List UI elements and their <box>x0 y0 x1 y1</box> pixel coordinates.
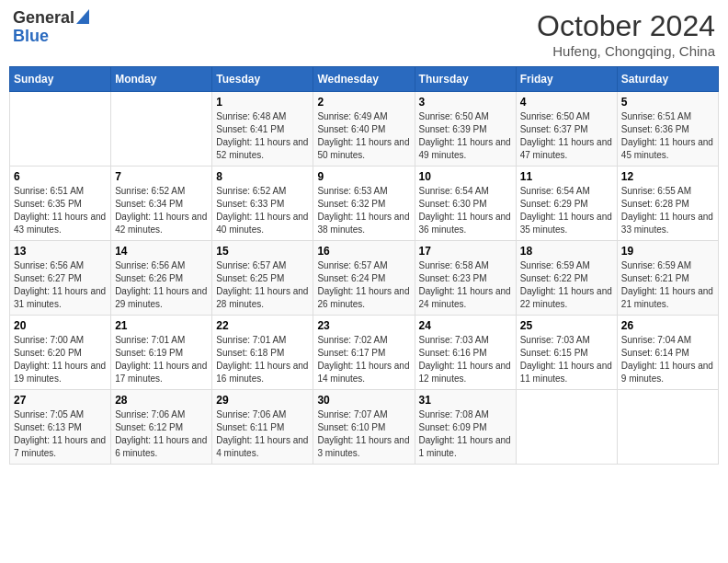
calendar-week-row: 6Sunrise: 6:51 AM Sunset: 6:35 PM Daylig… <box>10 167 719 241</box>
calendar-cell: 5Sunrise: 6:51 AM Sunset: 6:36 PM Daylig… <box>617 92 718 167</box>
day-number: 23 <box>317 319 410 332</box>
day-number: 11 <box>520 170 613 183</box>
day-info: Sunrise: 6:54 AM Sunset: 6:29 PM Dayligh… <box>520 185 613 236</box>
day-number: 1 <box>216 96 309 109</box>
main-title: October 2024 <box>537 9 715 43</box>
day-number: 6 <box>14 170 107 183</box>
day-info: Sunrise: 7:08 AM Sunset: 6:09 PM Dayligh… <box>419 408 512 460</box>
logo-blue: Blue <box>13 28 49 46</box>
day-info: Sunrise: 6:55 AM Sunset: 6:28 PM Dayligh… <box>621 185 714 236</box>
day-info: Sunrise: 6:48 AM Sunset: 6:41 PM Dayligh… <box>216 110 309 162</box>
calendar-cell <box>617 390 718 465</box>
day-info: Sunrise: 6:49 AM Sunset: 6:40 PM Dayligh… <box>317 110 410 162</box>
day-number: 28 <box>115 394 208 407</box>
calendar-cell: 26Sunrise: 7:04 AM Sunset: 6:14 PM Dayli… <box>617 316 718 390</box>
day-number: 19 <box>621 245 714 258</box>
day-info: Sunrise: 6:53 AM Sunset: 6:32 PM Dayligh… <box>317 185 410 236</box>
calendar-cell: 31Sunrise: 7:08 AM Sunset: 6:09 PM Dayli… <box>415 390 516 465</box>
day-number: 17 <box>419 245 512 258</box>
day-info: Sunrise: 6:57 AM Sunset: 6:25 PM Dayligh… <box>216 259 309 311</box>
page-header: General Blue October 2024 Hufeng, Chongq… <box>9 9 719 59</box>
calendar-cell: 18Sunrise: 6:59 AM Sunset: 6:22 PM Dayli… <box>516 241 617 316</box>
calendar-week-row: 27Sunrise: 7:05 AM Sunset: 6:13 PM Dayli… <box>10 390 719 465</box>
day-info: Sunrise: 7:03 AM Sunset: 6:15 PM Dayligh… <box>520 334 613 385</box>
day-number: 24 <box>419 319 512 332</box>
calendar-cell: 12Sunrise: 6:55 AM Sunset: 6:28 PM Dayli… <box>617 167 718 241</box>
day-info: Sunrise: 6:51 AM Sunset: 6:35 PM Dayligh… <box>14 185 107 236</box>
logo-general: General <box>13 9 74 28</box>
day-info: Sunrise: 6:54 AM Sunset: 6:30 PM Dayligh… <box>419 185 512 236</box>
day-info: Sunrise: 7:02 AM Sunset: 6:17 PM Dayligh… <box>317 334 410 385</box>
day-number: 10 <box>419 170 512 183</box>
calendar-cell: 7Sunrise: 6:52 AM Sunset: 6:34 PM Daylig… <box>111 167 212 241</box>
calendar-header-thursday: Thursday <box>415 67 516 92</box>
day-info: Sunrise: 7:01 AM Sunset: 6:19 PM Dayligh… <box>115 334 208 385</box>
calendar-cell: 24Sunrise: 7:03 AM Sunset: 6:16 PM Dayli… <box>415 316 516 390</box>
svg-marker-0 <box>76 9 89 24</box>
day-number: 21 <box>115 319 208 332</box>
day-number: 14 <box>115 245 208 258</box>
day-number: 29 <box>216 394 309 407</box>
calendar-cell: 4Sunrise: 6:50 AM Sunset: 6:37 PM Daylig… <box>516 92 617 167</box>
day-number: 22 <box>216 319 309 332</box>
day-info: Sunrise: 7:06 AM Sunset: 6:11 PM Dayligh… <box>216 408 309 460</box>
calendar-cell: 6Sunrise: 6:51 AM Sunset: 6:35 PM Daylig… <box>10 167 111 241</box>
day-number: 30 <box>317 394 410 407</box>
title-block: October 2024 Hufeng, Chongqing, China <box>537 9 715 59</box>
day-number: 12 <box>621 170 714 183</box>
calendar-cell: 16Sunrise: 6:57 AM Sunset: 6:24 PM Dayli… <box>313 241 415 316</box>
day-info: Sunrise: 6:51 AM Sunset: 6:36 PM Dayligh… <box>621 110 714 162</box>
calendar-cell: 21Sunrise: 7:01 AM Sunset: 6:19 PM Dayli… <box>111 316 212 390</box>
day-info: Sunrise: 6:56 AM Sunset: 6:26 PM Dayligh… <box>115 259 208 311</box>
calendar-cell: 10Sunrise: 6:54 AM Sunset: 6:30 PM Dayli… <box>415 167 516 241</box>
day-number: 20 <box>14 319 107 332</box>
calendar-cell: 25Sunrise: 7:03 AM Sunset: 6:15 PM Dayli… <box>516 316 617 390</box>
day-info: Sunrise: 7:05 AM Sunset: 6:13 PM Dayligh… <box>14 408 107 460</box>
day-number: 5 <box>621 96 714 109</box>
day-number: 15 <box>216 245 309 258</box>
day-info: Sunrise: 7:04 AM Sunset: 6:14 PM Dayligh… <box>621 334 714 385</box>
day-number: 4 <box>520 96 613 109</box>
calendar-cell <box>516 390 617 465</box>
day-number: 31 <box>419 394 512 407</box>
calendar-header-saturday: Saturday <box>617 67 718 92</box>
calendar-header-wednesday: Wednesday <box>313 67 415 92</box>
calendar-header-tuesday: Tuesday <box>212 67 313 92</box>
day-info: Sunrise: 6:57 AM Sunset: 6:24 PM Dayligh… <box>317 259 410 311</box>
day-info: Sunrise: 6:52 AM Sunset: 6:34 PM Dayligh… <box>115 185 208 236</box>
calendar-cell: 30Sunrise: 7:07 AM Sunset: 6:10 PM Dayli… <box>313 390 415 465</box>
logo: General Blue <box>13 9 89 46</box>
calendar-cell: 11Sunrise: 6:54 AM Sunset: 6:29 PM Dayli… <box>516 167 617 241</box>
calendar-header-monday: Monday <box>111 67 212 92</box>
day-info: Sunrise: 6:50 AM Sunset: 6:37 PM Dayligh… <box>520 110 613 162</box>
day-number: 13 <box>14 245 107 258</box>
calendar-cell: 20Sunrise: 7:00 AM Sunset: 6:20 PM Dayli… <box>10 316 111 390</box>
day-info: Sunrise: 6:56 AM Sunset: 6:27 PM Dayligh… <box>14 259 107 311</box>
calendar-cell: 1Sunrise: 6:48 AM Sunset: 6:41 PM Daylig… <box>212 92 313 167</box>
calendar-cell: 2Sunrise: 6:49 AM Sunset: 6:40 PM Daylig… <box>313 92 415 167</box>
calendar-header-row: SundayMondayTuesdayWednesdayThursdayFrid… <box>10 67 719 92</box>
day-info: Sunrise: 7:06 AM Sunset: 6:12 PM Dayligh… <box>115 408 208 460</box>
logo-triangle-icon <box>76 9 89 24</box>
calendar-header-sunday: Sunday <box>10 67 111 92</box>
calendar-cell: 22Sunrise: 7:01 AM Sunset: 6:18 PM Dayli… <box>212 316 313 390</box>
calendar-cell: 15Sunrise: 6:57 AM Sunset: 6:25 PM Dayli… <box>212 241 313 316</box>
day-info: Sunrise: 7:07 AM Sunset: 6:10 PM Dayligh… <box>317 408 410 460</box>
calendar-cell: 19Sunrise: 6:59 AM Sunset: 6:21 PM Dayli… <box>617 241 718 316</box>
calendar-cell: 17Sunrise: 6:58 AM Sunset: 6:23 PM Dayli… <box>415 241 516 316</box>
day-number: 27 <box>14 394 107 407</box>
day-number: 16 <box>317 245 410 258</box>
day-info: Sunrise: 6:58 AM Sunset: 6:23 PM Dayligh… <box>419 259 512 311</box>
calendar-week-row: 13Sunrise: 6:56 AM Sunset: 6:27 PM Dayli… <box>10 241 719 316</box>
calendar-cell: 14Sunrise: 6:56 AM Sunset: 6:26 PM Dayli… <box>111 241 212 316</box>
day-number: 8 <box>216 170 309 183</box>
day-info: Sunrise: 7:01 AM Sunset: 6:18 PM Dayligh… <box>216 334 309 385</box>
calendar-cell: 29Sunrise: 7:06 AM Sunset: 6:11 PM Dayli… <box>212 390 313 465</box>
day-number: 18 <box>520 245 613 258</box>
calendar-week-row: 20Sunrise: 7:00 AM Sunset: 6:20 PM Dayli… <box>10 316 719 390</box>
calendar-cell: 13Sunrise: 6:56 AM Sunset: 6:27 PM Dayli… <box>10 241 111 316</box>
calendar-week-row: 1Sunrise: 6:48 AM Sunset: 6:41 PM Daylig… <box>10 92 719 167</box>
day-number: 7 <box>115 170 208 183</box>
calendar-cell: 8Sunrise: 6:52 AM Sunset: 6:33 PM Daylig… <box>212 167 313 241</box>
day-number: 3 <box>419 96 512 109</box>
